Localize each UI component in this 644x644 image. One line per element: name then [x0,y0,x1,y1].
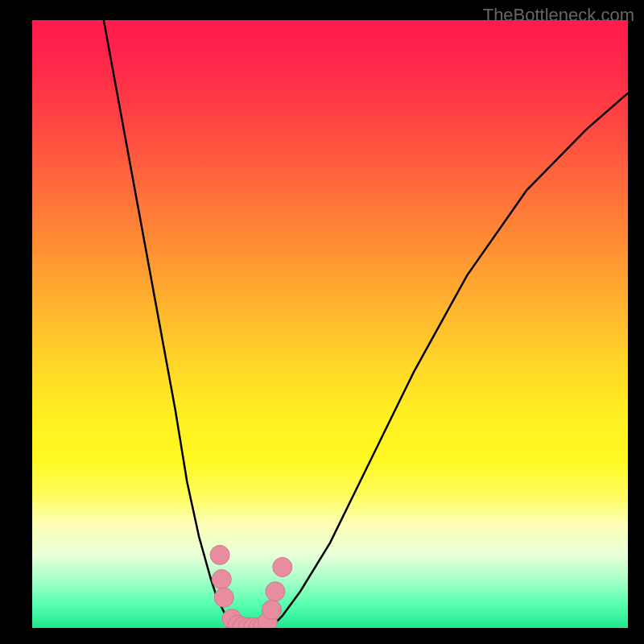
marker-point [262,600,281,619]
marker-point [266,582,285,601]
valley-markers [210,545,292,628]
marker-point [212,570,231,589]
plot-area [32,20,628,628]
marker-point [210,545,229,564]
left-curve [104,20,241,628]
right-curve [270,93,628,628]
marker-point [214,588,233,607]
marker-point [273,558,292,577]
chart-svg [32,20,628,628]
watermark-text: TheBottleneck.com [483,5,634,26]
